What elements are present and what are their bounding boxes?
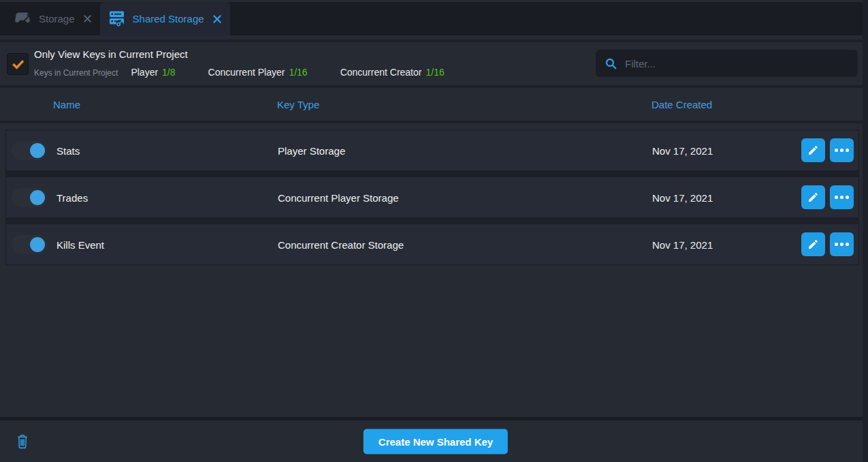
- date-created: Nov 17, 2021: [652, 238, 713, 250]
- row-actions: [801, 185, 854, 209]
- table-row: Stats Player Storage Nov 17, 2021: [5, 129, 859, 171]
- shared-storage-icon: [108, 10, 126, 27]
- row-enabled-toggle[interactable]: [12, 141, 47, 160]
- keys-header: Only View Keys in Current Project Keys i…: [0, 42, 863, 85]
- key-name: Stats: [57, 144, 80, 156]
- date-created: Nov 17, 2021: [652, 144, 713, 156]
- row-actions: [801, 232, 854, 256]
- quota-concurrent-creator-value: 1/16: [425, 67, 444, 78]
- table-header: Name Key Type Date Created: [0, 88, 863, 121]
- tab-storage[interactable]: Storage: [5, 2, 100, 35]
- create-new-shared-key-button[interactable]: Create New Shared Key: [364, 429, 508, 454]
- quota-concurrent-player: Concurrent Player 1/16: [208, 67, 308, 78]
- key-type: Concurrent Player Storage: [278, 191, 399, 203]
- trash-icon: [16, 433, 29, 449]
- more-options-button[interactable]: [830, 138, 854, 162]
- checkmark-icon: [12, 58, 25, 71]
- ellipsis-icon: [835, 196, 849, 199]
- ellipsis-icon: [835, 149, 849, 152]
- column-header-name[interactable]: Name: [53, 99, 80, 110]
- checkbox-label: Only View Keys in Current Project: [34, 48, 188, 60]
- column-header-key-type[interactable]: Key Type: [277, 99, 319, 110]
- tab-shared-storage[interactable]: Shared Storage: [100, 2, 230, 35]
- edit-button[interactable]: [801, 185, 825, 209]
- row-actions: [801, 138, 854, 162]
- tab-storage-label: Storage: [39, 13, 75, 25]
- toggle-knob: [30, 190, 45, 205]
- footer-bar: Create New Shared Key: [0, 420, 863, 462]
- quota-player: Player 1/8: [131, 67, 175, 78]
- row-separator: [5, 171, 859, 176]
- delete-button[interactable]: [15, 432, 30, 450]
- more-options-button[interactable]: [830, 232, 854, 256]
- row-enabled-toggle[interactable]: [12, 188, 47, 207]
- toggle-knob: [30, 143, 45, 158]
- row-separator: [5, 218, 859, 224]
- shared-keys-list: Stats Player Storage Nov 17, 2021 Trades…: [0, 123, 863, 417]
- quota-concurrent-creator: Concurrent Creator 1/16: [340, 67, 445, 78]
- pencil-icon: [807, 238, 819, 250]
- tab-shared-storage-label: Shared Storage: [133, 13, 204, 25]
- filter-input[interactable]: [624, 57, 849, 70]
- search-icon: [605, 57, 617, 70]
- tab-shared-storage-close-icon[interactable]: [212, 14, 222, 24]
- date-created: Nov 17, 2021: [652, 191, 713, 203]
- only-current-project-checkbox[interactable]: [7, 53, 29, 75]
- table-row: Kills Event Concurrent Creator Storage N…: [5, 224, 859, 265]
- filter-box: [596, 50, 858, 77]
- table-row: Trades Concurrent Player Storage Nov 17,…: [5, 176, 859, 218]
- quota-concurrent-player-value: 1/16: [289, 67, 307, 78]
- more-options-button[interactable]: [830, 185, 854, 209]
- tab-bar: Storage S: [0, 2, 863, 35]
- edit-button[interactable]: [801, 232, 825, 256]
- quota-player-value: 1/8: [162, 67, 175, 78]
- column-header-date-created[interactable]: Date Created: [652, 99, 712, 110]
- keys-summary-label: Keys in Current Project: [34, 68, 118, 78]
- tab-storage-close-icon[interactable]: [83, 14, 92, 23]
- gamepad-icon: [14, 12, 32, 26]
- key-type: Concurrent Creator Storage: [278, 238, 404, 250]
- pencil-icon: [807, 191, 819, 203]
- shared-storage-panel: Storage S: [0, 0, 863, 462]
- edit-button[interactable]: [801, 138, 825, 162]
- pencil-icon: [807, 144, 819, 156]
- quota-summary: Keys in Current Project Player 1/8 Concu…: [34, 67, 445, 78]
- key-name: Trades: [57, 191, 88, 203]
- toggle-knob: [30, 237, 45, 252]
- row-enabled-toggle[interactable]: [12, 235, 47, 254]
- key-type: Player Storage: [278, 144, 345, 156]
- ellipsis-icon: [835, 243, 849, 246]
- scrollbar-gutter[interactable]: [863, 0, 868, 462]
- key-name: Kills Event: [57, 238, 104, 250]
